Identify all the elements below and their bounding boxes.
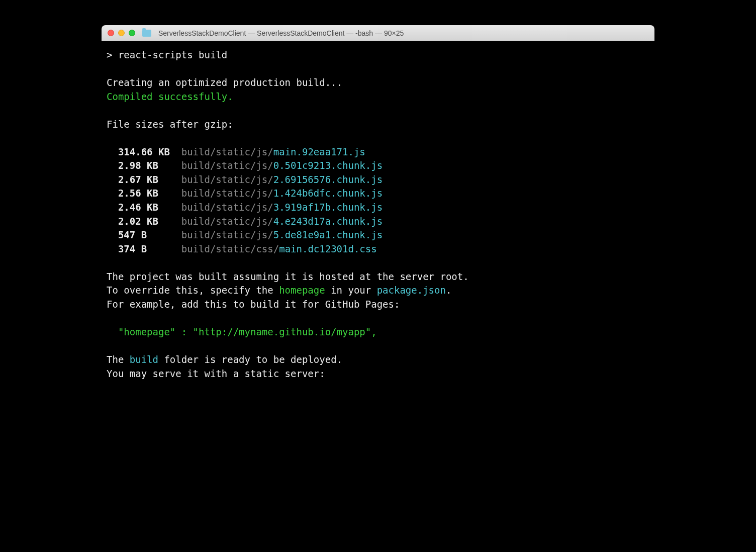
file-row: 547 B build/static/js/5.de81e9a1.chunk.j… — [107, 228, 649, 242]
msg-override: To override this, specify the homepage i… — [107, 284, 649, 298]
file-row: 2.98 KB build/static/js/0.501c9213.chunk… — [107, 159, 649, 173]
file-dir: build/static/js/ — [158, 202, 273, 213]
file-size: 547 B — [107, 229, 147, 240]
file-row: 314.66 KB build/static/js/main.92eaa171.… — [107, 145, 649, 159]
msg-example-intro: For example, add this to build it for Gi… — [107, 298, 649, 312]
file-size: 374 B — [107, 243, 147, 254]
terminal-body[interactable]: > react-scripts build Creating an optimi… — [102, 41, 654, 406]
compiled-line: Compiled successfully. — [107, 90, 649, 104]
file-dir: build/static/js/ — [158, 216, 273, 227]
folder-icon — [142, 30, 151, 37]
example-line: "homepage" : "http://myname.github.io/my… — [107, 325, 649, 339]
file-row: 2.67 KB build/static/js/2.69156576.chunk… — [107, 173, 649, 187]
window-titlebar: ServerlessStackDemoClient — ServerlessSt… — [102, 25, 654, 41]
file-dir: build/static/js/ — [158, 188, 273, 199]
file-row: 2.56 KB build/static/js/1.424b6dfc.chunk… — [107, 187, 649, 201]
file-name: 4.e243d17a.chunk.js — [273, 216, 383, 227]
file-size: 2.02 KB — [107, 216, 158, 227]
file-name: main.dc12301d.css — [279, 243, 376, 254]
file-size: 2.56 KB — [107, 188, 158, 199]
file-name: 1.424b6dfc.chunk.js — [273, 188, 383, 199]
file-name: 5.de81e9a1.chunk.js — [273, 229, 383, 240]
file-name: main.92eaa171.js — [273, 146, 365, 157]
file-name: 2.69156576.chunk.js — [273, 174, 383, 185]
file-name: 0.501c9213.chunk.js — [273, 160, 383, 171]
msg-static-server: You may serve it with a static server: — [107, 367, 649, 381]
terminal-window: ServerlessStackDemoClient — ServerlessSt… — [102, 25, 654, 406]
file-dir: build/static/js/ — [147, 229, 273, 240]
msg-root: The project was built assuming it is hos… — [107, 270, 649, 284]
file-size: 314.66 KB — [107, 146, 170, 157]
window-title: ServerlessStackDemoClient — ServerlessSt… — [158, 29, 404, 37]
close-icon[interactable] — [108, 30, 114, 36]
file-dir: build/static/css/ — [147, 243, 279, 254]
file-dir: build/static/js/ — [158, 160, 273, 171]
file-dir: build/static/js/ — [170, 146, 273, 157]
sizes-header: File sizes after gzip: — [107, 118, 649, 132]
command-line: > react-scripts build — [107, 48, 649, 62]
file-row: 2.02 KB build/static/js/4.e243d17a.chunk… — [107, 215, 649, 229]
files-list: 314.66 KB build/static/js/main.92eaa171.… — [107, 145, 649, 256]
file-dir: build/static/js/ — [158, 174, 273, 185]
file-row: 2.46 KB build/static/js/3.919af17b.chunk… — [107, 201, 649, 215]
file-size: 2.98 KB — [107, 160, 158, 171]
file-size: 2.46 KB — [107, 202, 158, 213]
file-row: 374 B build/static/css/main.dc12301d.css — [107, 242, 649, 256]
minimize-icon[interactable] — [118, 30, 125, 36]
creating-line: Creating an optimized production build..… — [107, 76, 649, 90]
maximize-icon[interactable] — [129, 30, 135, 36]
msg-build-ready: The build folder is ready to be deployed… — [107, 353, 649, 367]
file-size: 2.67 KB — [107, 174, 158, 185]
file-name: 3.919af17b.chunk.js — [273, 202, 383, 213]
